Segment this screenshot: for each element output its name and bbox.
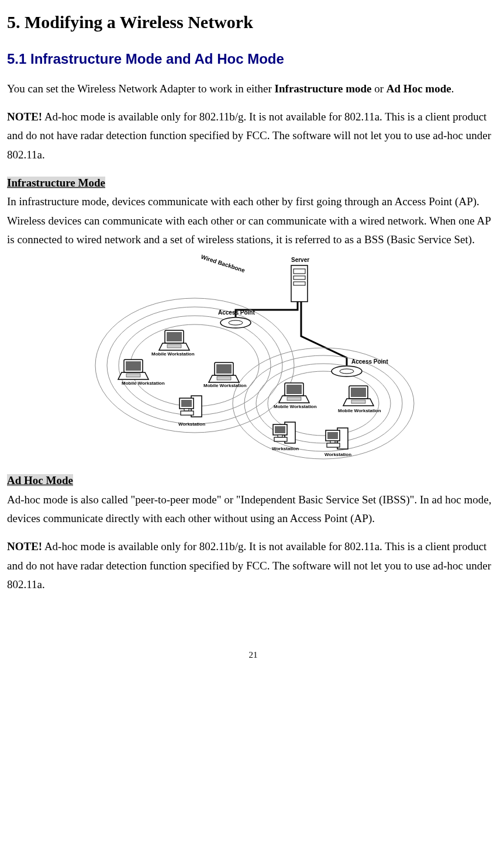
note-1-label: NOTE! bbox=[7, 110, 42, 123]
label-mw-2: Mobile Workstation bbox=[122, 381, 165, 386]
note-2-paragraph: NOTE! Ad-hoc mode is available only for … bbox=[7, 537, 499, 594]
note-2-text: Ad-hoc mode is available only for 802.11… bbox=[7, 540, 491, 590]
svg-point-13 bbox=[229, 320, 243, 325]
label-mw-3: Mobile Workstation bbox=[203, 383, 247, 388]
svg-rect-3 bbox=[294, 282, 305, 285]
desktop-3-icon bbox=[326, 428, 348, 449]
label-server: Server bbox=[291, 257, 309, 263]
desktop-2-icon bbox=[273, 422, 295, 443]
heading-subsection: 5.1 Infrastructure Mode and Ad Hoc Mode bbox=[7, 47, 499, 71]
adhoc-text: Ad-hoc mode is also called "peer-to-peer… bbox=[7, 491, 499, 529]
heading-section: 5. Modifying a Wireless Network bbox=[7, 7, 499, 37]
page-number: 21 bbox=[7, 648, 499, 663]
access-point-right-icon: Access Point bbox=[332, 358, 388, 377]
label-ws-1: Workstation bbox=[178, 422, 205, 427]
note-1-paragraph: NOTE! Ad-hoc mode is available only for … bbox=[7, 108, 499, 164]
diagram-container: Wired Backbone Server bbox=[7, 251, 499, 468]
adhoc-title-line: Ad Hoc Mode bbox=[7, 471, 499, 490]
svg-rect-1 bbox=[294, 269, 305, 274]
label-ap-left: Access Point bbox=[218, 309, 255, 316]
note-1-text: Ad-hoc mode is available only for 802.11… bbox=[7, 110, 491, 161]
label-mw-4: Mobile Workstation bbox=[274, 404, 317, 409]
access-point-left-icon: Access Point bbox=[218, 309, 255, 328]
intro-text-1: You can set the Wireless Network Adapter… bbox=[7, 82, 275, 95]
svg-point-15 bbox=[340, 369, 354, 374]
svg-rect-2 bbox=[294, 276, 305, 279]
laptop-5-icon bbox=[343, 386, 374, 406]
note-2-label: NOTE! bbox=[7, 540, 42, 552]
intro-text-3: . bbox=[451, 82, 454, 95]
intro-text-2: or bbox=[371, 82, 386, 95]
laptop-3-icon bbox=[209, 362, 239, 382]
network-diagram: Wired Backbone Server bbox=[89, 251, 417, 462]
desktop-1-icon bbox=[179, 396, 202, 417]
svg-point-7 bbox=[130, 324, 259, 406]
label-mw-1: Mobile Workstation bbox=[151, 351, 195, 357]
laptop-4-icon bbox=[279, 383, 309, 403]
label-ws-3: Workstation bbox=[325, 452, 351, 457]
infra-text: In infrastructure mode, devices communic… bbox=[7, 192, 499, 249]
infra-title: Infrastructure Mode bbox=[7, 177, 105, 189]
server-icon bbox=[291, 265, 308, 302]
laptop-2-icon bbox=[118, 360, 149, 379]
label-ws-2: Workstation bbox=[272, 446, 299, 451]
laptop-1-icon bbox=[159, 330, 189, 350]
adhoc-title: Ad Hoc Mode bbox=[7, 474, 73, 486]
intro-bold-1: Infrastructure mode bbox=[275, 82, 372, 95]
label-wired-backbone: Wired Backbone bbox=[200, 254, 246, 274]
backbone-line-right bbox=[301, 302, 347, 365]
intro-bold-2: Ad Hoc mode bbox=[386, 82, 451, 95]
infra-title-line: Infrastructure Mode bbox=[7, 174, 499, 192]
label-ap-right: Access Point bbox=[351, 358, 388, 365]
label-mw-5: Mobile Workstation bbox=[338, 408, 381, 413]
intro-paragraph: You can set the Wireless Network Adapter… bbox=[7, 80, 499, 98]
